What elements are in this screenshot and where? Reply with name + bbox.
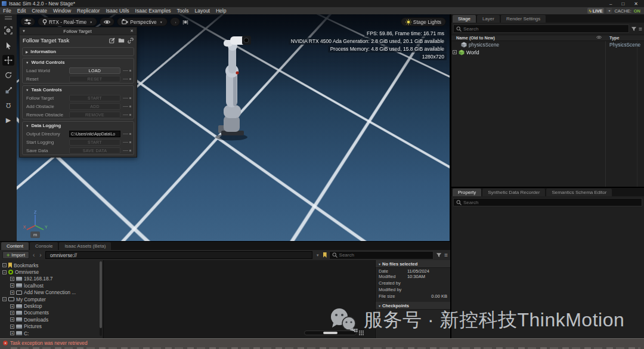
menu-isaac-examples[interactable]: Isaac Examples [132, 8, 174, 14]
path-caret-icon[interactable]: ▼ [315, 254, 321, 257]
tree-item-bookmarks[interactable]: − Bookmarks [0, 262, 103, 268]
nav-forward-button[interactable]: › [38, 252, 42, 258]
tab-stage[interactable]: Stage [453, 15, 476, 23]
output-directory-field[interactable] [69, 131, 120, 137]
expand-icon[interactable]: + [10, 311, 14, 315]
type-column-header[interactable]: Type [609, 35, 620, 41]
nav-back-button[interactable]: ‹ [32, 252, 36, 258]
renderer-selector[interactable]: RTX - Real-Time ▼ [38, 17, 97, 26]
rotate-tool[interactable] [2, 70, 14, 81]
collapse-icon[interactable]: − [2, 263, 7, 267]
menu-help[interactable]: Help [213, 8, 229, 14]
camera-selector[interactable]: Perspective ▼ [117, 17, 167, 26]
tab-layer[interactable]: Layer [477, 15, 500, 23]
collapse-caret-icon[interactable]: ▼ [20, 29, 28, 33]
filter-icon[interactable] [631, 26, 637, 32]
live-button[interactable]: ϟ LIVE [587, 8, 605, 14]
snap-tool[interactable]: Ω [2, 100, 14, 110]
menu-isaac-utils[interactable]: Isaac Utils [103, 8, 132, 14]
play-button[interactable]: ▶ [2, 115, 14, 125]
menu-file[interactable]: File [0, 8, 14, 14]
tree-scrollbar[interactable] [100, 261, 102, 336]
tree-item-desktop[interactable]: + Desktop [0, 302, 103, 309]
menu-window[interactable]: Window [50, 8, 74, 14]
expand-toolbar-button[interactable]: › [170, 17, 181, 26]
tab-content[interactable]: Content [1, 242, 29, 250]
edit-icon[interactable] [109, 38, 115, 44]
live-caret-button[interactable]: ▼ [606, 8, 612, 14]
tree-item-pictures[interactable]: + Pictures [0, 323, 103, 330]
expand-icon[interactable]: + [10, 317, 14, 322]
frame-select-tool[interactable] [2, 25, 14, 36]
content-search[interactable] [329, 251, 434, 260]
collapse-icon[interactable]: − [2, 270, 7, 274]
tree-item-documents[interactable]: + Documents [0, 310, 103, 316]
add-obstacle-button[interactable]: ADD [69, 103, 120, 110]
visibility-button[interactable] [100, 17, 114, 26]
name-column-header[interactable]: Name (Old to New) [451, 35, 495, 41]
stage-row-physics-scene[interactable]: physicsScene PhysicsScene [451, 41, 644, 49]
remove-obstacle-button[interactable]: REMOVE [69, 112, 120, 118]
save-data-button[interactable]: SAVE DATA [69, 147, 120, 154]
menu-tools[interactable]: Tools [174, 8, 192, 14]
viewport-settings-button[interactable] [20, 17, 35, 26]
bookmark-icon[interactable] [323, 252, 327, 258]
menu-edit[interactable]: Edit [14, 8, 29, 14]
start-logging-button[interactable]: START [69, 139, 120, 146]
menu-replicator[interactable]: Replicator [74, 8, 103, 14]
tree-item-downloads[interactable]: + Downloads [0, 316, 103, 323]
axis-gizmo[interactable]: Z X Y m [21, 210, 49, 238]
expand-icon[interactable]: + [453, 50, 457, 54]
tab-property[interactable]: Property [453, 189, 481, 196]
menu-layout[interactable]: Layout [191, 8, 213, 14]
select-tool[interactable] [2, 40, 14, 51]
stage-lights-button[interactable]: Stage Lights [401, 17, 446, 26]
panel-close-button[interactable]: ✕ [127, 29, 137, 33]
tab-render-settings[interactable]: Render Settings [501, 15, 546, 23]
load-button[interactable]: LOAD [69, 67, 120, 74]
reset-button[interactable]: RESET [69, 76, 120, 82]
import-button[interactable]: + Import [2, 251, 29, 259]
tree-item-add-connection[interactable]: + Add New Connection ... [0, 289, 103, 296]
checkpoints-header[interactable]: ▾ Checkpoints [376, 302, 450, 310]
maximize-button[interactable]: □ [621, 1, 624, 7]
file-grid[interactable] [103, 260, 374, 338]
tab-semantics-schema-editor[interactable]: Semantics Schema Editor [546, 189, 612, 196]
scale-tool[interactable] [2, 85, 14, 95]
toolbar-grip[interactable] [5, 16, 12, 20]
tree-item-my-computer[interactable]: − My Computer [0, 296, 103, 302]
follow-target-panel-titlebar[interactable]: ▼ Follow Target ✕ [20, 27, 137, 35]
expand-icon[interactable]: + [10, 304, 14, 308]
tab-synthetic-data-recorder[interactable]: Synthetic Data Recorder [482, 189, 545, 196]
menu-create[interactable]: Create [29, 8, 50, 14]
stage-row-world[interactable]: + World [451, 49, 644, 57]
start-follow-button[interactable]: START [69, 95, 120, 101]
tree-item-omniverse[interactable]: − Omniverse [0, 268, 103, 275]
expand-icon[interactable]: + [10, 331, 14, 335]
tree-item-c-drive[interactable]: + C: [0, 330, 103, 336]
expand-icon[interactable]: + [10, 283, 14, 288]
stage-search[interactable] [453, 24, 629, 33]
expand-icon[interactable]: + [10, 291, 14, 295]
size-slider-handle[interactable] [323, 332, 338, 334]
size-slider-track[interactable] [304, 331, 357, 335]
selection-header[interactable]: ▾ No files selected [376, 260, 450, 268]
close-button[interactable]: ✕ [634, 1, 638, 7]
grid-view-icon[interactable] [359, 331, 364, 335]
viewport[interactable]: RTX - Real-Time ▼ Perspective ▼ › [◉] St… [17, 14, 450, 241]
expand-icon[interactable]: + [10, 277, 14, 281]
capture-icon[interactable]: [◉] [182, 19, 187, 24]
expand-icon[interactable]: + [10, 325, 14, 329]
folder-icon[interactable] [118, 38, 125, 43]
tab-console[interactable]: Console [30, 242, 58, 250]
minimize-button[interactable]: – [609, 1, 612, 7]
link-icon[interactable] [128, 38, 134, 44]
tab-isaac-assets[interactable]: Isaac Assets (Beta) [59, 242, 111, 250]
property-search[interactable] [453, 198, 642, 206]
move-tool[interactable] [2, 55, 14, 66]
options-menu-icon[interactable]: ≡ [639, 26, 642, 32]
path-breadcrumb[interactable] [45, 251, 312, 259]
tree-item-server[interactable]: + 192.168.18.7 [0, 276, 103, 282]
filter-icon[interactable] [436, 252, 442, 258]
information-section[interactable]: ▶ Information [22, 47, 134, 56]
